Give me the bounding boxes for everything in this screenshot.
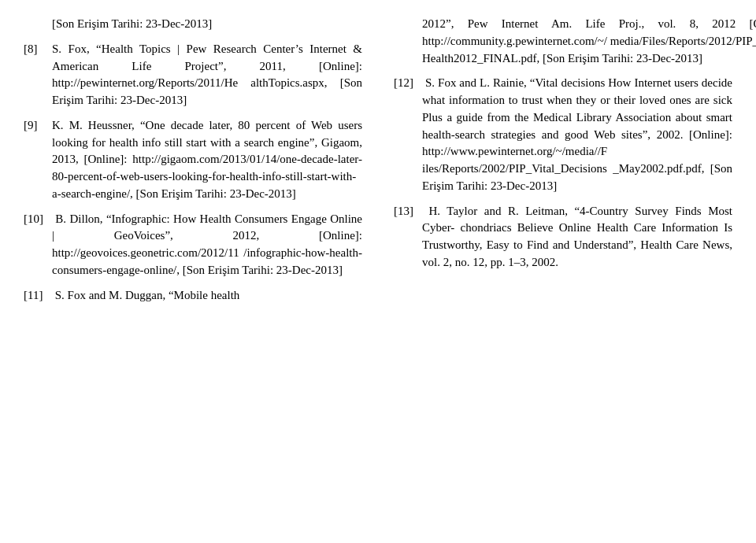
ref-text: S. Fox and M. Duggan, “Mobile health [52,287,362,305]
ref-number [394,16,422,67]
ref-item-11: [11] S. Fox and M. Duggan, “Mobile healt… [24,287,362,305]
ref-text: K. M. Heussner, “One decade later, 80 pe… [52,117,362,203]
ref-number [24,16,52,33]
ref-item-13: [13] H. Taylor and R. Leitman, “4-Countr… [394,203,732,272]
ref-text: S. Fox, “Health Topics | Pew Research Ce… [52,41,362,109]
ref-item-11-cont: 2012”, Pew Internet Am. Life Proj., vol.… [394,16,732,67]
ref-text: 2012”, Pew Internet Am. Life Proj., vol.… [422,16,756,67]
ref-text: H. Taylor and R. Leitman, “4-Country Sur… [422,203,732,272]
ref-item-8b: [8] S. Fox, “Health Topics | Pew Researc… [24,41,362,109]
ref-number: [9] [24,117,52,203]
ref-text: [Son Erişim Tarihi: 23-Dec-2013] [52,16,362,33]
ref-item-9: [9] K. M. Heussner, “One decade later, 8… [24,117,362,203]
ref-item-10: [10] B. Dillon, “Infographic: How Health… [24,211,362,279]
ref-number: [11] [24,287,52,305]
ref-item-8a: [Son Erişim Tarihi: 23-Dec-2013] [24,16,362,33]
references-container: [Son Erişim Tarihi: 23-Dec-2013] [8] S. … [24,16,732,312]
ref-item-12: [12] S. Fox and L. Rainie, “Vital decisi… [394,75,732,194]
ref-number: [8] [24,41,52,109]
ref-number: [10] [24,211,52,279]
ref-number: [12] [394,75,422,194]
left-column: [Son Erişim Tarihi: 23-Dec-2013] [8] S. … [24,16,378,312]
ref-text: S. Fox and L. Rainie, “Vital decisions H… [422,75,732,194]
ref-text: B. Dillon, “Infographic: How Health Cons… [52,211,362,279]
ref-number: [13] [394,203,422,272]
right-column: 2012”, Pew Internet Am. Life Proj., vol.… [378,16,732,312]
